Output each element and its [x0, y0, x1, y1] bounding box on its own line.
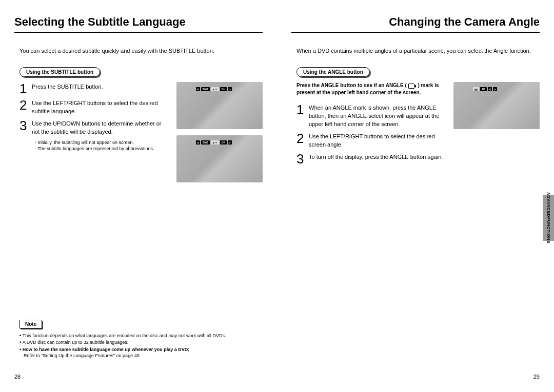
camera-angle-icon: [408, 83, 417, 88]
page-number-left: 28: [14, 374, 21, 380]
step-3: 3 To turn off the display, press the ANG…: [296, 152, 446, 166]
tab-line-1: ADVANCED: [546, 192, 551, 217]
osd-state: Off: [220, 140, 227, 145]
osd-subtitle-off: ◁ ENG ▲▼ Off ▷: [196, 140, 232, 145]
step-number: 1: [296, 103, 306, 129]
note-label: Note: [19, 320, 42, 328]
arrow-right-icon: ▷: [493, 87, 497, 91]
content-row-right: Press the ANGLE button to see if an ANGL…: [291, 82, 540, 169]
steps-right: Press the ANGLE button to see if an ANGL…: [296, 82, 446, 169]
step-3: 3 Use the UP/DOWN buttons to determine w…: [19, 119, 169, 136]
section-pill-angle: Using the ANGLE button: [296, 67, 370, 77]
page-left: Selecting the Subtitle Language You can …: [0, 0, 277, 392]
heading-left: Selecting the Subtitle Language: [14, 15, 263, 33]
section-pill-subtitle: Using the SUBTITLE button: [19, 67, 100, 77]
step-number: 3: [19, 119, 29, 136]
arrow-right-icon: ▷: [228, 140, 232, 145]
step-number: 3: [296, 152, 306, 166]
arrow-left-icon: ◁: [196, 87, 200, 91]
angle-bold-instruction: Press the ANGLE button to see if an ANGL…: [296, 82, 440, 97]
content-row-left: 1 Press the SUBTITLE button. 2 Use the L…: [14, 82, 263, 189]
arrow-up-down-icon: ▲▼: [211, 140, 219, 145]
screenshots-right: 📷 4/6 ◁ ▷: [453, 82, 540, 169]
side-tab-advanced-functions: ADVANCED FUNCTIONS: [543, 195, 554, 241]
note-list: This function depends on what languages …: [19, 333, 263, 354]
step-text: To turn off the display, press the ANGLE…: [309, 152, 446, 166]
bullet: Initially, the subtitling will not appea…: [35, 139, 169, 146]
page-number-right: 29: [533, 374, 540, 380]
arrow-left-icon: ◁: [488, 87, 492, 91]
tab-line-2: FUNCTIONS: [546, 217, 551, 243]
step-text: Use the LEFT/RIGHT buttons to select the…: [309, 132, 446, 149]
arrow-up-down-icon: ▲▼: [211, 87, 219, 91]
page-right: Changing the Camera Angle When a DVD con…: [277, 0, 554, 392]
intro-left: You can select a desired subtitle quickl…: [19, 47, 263, 55]
arrow-left-icon: ◁: [196, 140, 200, 145]
step-number: 2: [296, 132, 306, 149]
osd-subtitle-on: ◁ ENG ▲▼ On ▷: [196, 87, 232, 91]
step-1: 1 Press the SUBTITLE button.: [19, 82, 169, 95]
page-spread: Selecting the Subtitle Language You can …: [0, 0, 554, 392]
step-number: 2: [19, 98, 29, 116]
osd-lang: ENG: [201, 87, 210, 91]
tv-screenshot-on: ◁ ENG ▲▼ On ▷: [176, 82, 263, 129]
notes-block: Note This function depends on what langu…: [19, 319, 263, 359]
heading-right: Changing the Camera Angle: [291, 15, 540, 33]
tv-screenshot-angle: 📷 4/6 ◁ ▷: [453, 82, 540, 129]
bullet: The subtitle languages are represented b…: [35, 146, 169, 152]
osd-angle: 📷 4/6 ◁ ▷: [473, 87, 497, 91]
note-item-bold: How to have the same subtitle language c…: [19, 346, 263, 354]
step-text: Use the LEFT/RIGHT buttons to select the…: [32, 98, 169, 116]
sub-bullets: Initially, the subtitling will not appea…: [35, 139, 169, 152]
osd-state: On: [220, 87, 227, 91]
osd-lang: ENG: [201, 140, 210, 145]
camera-angle-icon: 📷: [473, 87, 479, 91]
screenshots-left: ◁ ENG ▲▼ On ▷ ◁ ENG ▲▼ Off ▷: [176, 82, 263, 189]
note-item: A DVD disc can contain up to 32 subtitle…: [19, 339, 263, 346]
bold-pre: Press the ANGLE button to see if an ANGL…: [296, 82, 407, 88]
step-text: When an ANGLE mark is shown, press the A…: [309, 103, 446, 129]
step-text: Press the SUBTITLE button.: [32, 82, 169, 95]
step-2: 2 Use the LEFT/RIGHT buttons to select t…: [19, 98, 169, 116]
osd-angle-value: 4/6: [480, 87, 487, 91]
steps-left: 1 Press the SUBTITLE button. 2 Use the L…: [19, 82, 169, 189]
step-1: 1 When an ANGLE mark is shown, press the…: [296, 103, 446, 129]
step-text: Use the UP/DOWN buttons to determine whe…: [32, 119, 169, 136]
step-number: 1: [19, 82, 29, 95]
tv-screenshot-off: ◁ ENG ▲▼ Off ▷: [176, 135, 263, 182]
arrow-right-icon: ▷: [228, 87, 232, 91]
intro-right: When a DVD contains multiple angles of a…: [296, 47, 540, 55]
note-item: This function depends on what languages …: [19, 333, 263, 340]
step-2: 2 Use the LEFT/RIGHT buttons to select t…: [296, 132, 446, 149]
note-sub: Refer to “Setting Up the Language Featur…: [19, 353, 263, 358]
